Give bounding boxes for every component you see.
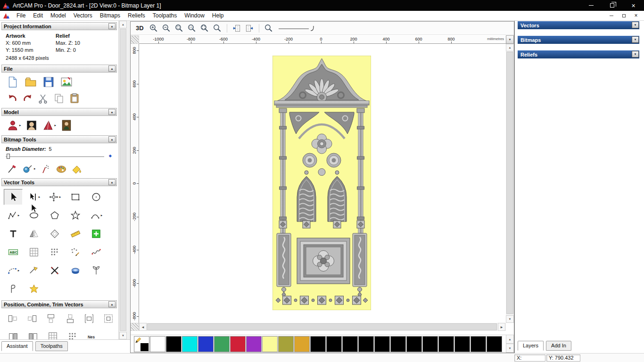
palette-swatch-black[interactable] [374, 336, 390, 352]
create-polyline-icon[interactable]: ▸ [7, 210, 20, 221]
fit-arcs-icon[interactable]: ▸ [7, 265, 20, 276]
colour-palette-icon[interactable] [56, 163, 67, 174]
palette-swatch-black[interactable] [422, 336, 438, 352]
paste-array-icon-cell[interactable] [64, 329, 81, 339]
create-circle-icon-cell[interactable] [87, 189, 106, 205]
greyscale-from-image-icon[interactable] [60, 119, 73, 132]
create-boundary-icon[interactable] [70, 265, 81, 276]
flood-fill-icon[interactable] [71, 163, 83, 174]
wrap-star-icon[interactable] [29, 284, 39, 294]
align-right-icon[interactable] [27, 313, 37, 324]
offset-vectors-icon-cell[interactable] [45, 226, 64, 242]
mirror-left-icon[interactable] [8, 331, 18, 339]
palette-swatch-cyan[interactable] [182, 336, 198, 352]
create-arc-icon-cell[interactable]: ▸ [87, 207, 106, 223]
palette-down-button[interactable]: ▼ [506, 344, 514, 353]
close-button[interactable]: × [623, 0, 644, 11]
extend-vector-icon-cell[interactable] [25, 263, 43, 279]
scroll-left-button[interactable]: ◀ [139, 323, 147, 331]
panel-header-vectors[interactable]: Vectors ▼ [518, 21, 639, 29]
mdi-minimize-button[interactable] [605, 12, 618, 20]
next-view-icon[interactable] [245, 24, 254, 33]
undo-icon[interactable] [7, 93, 18, 104]
create-boundary-icon-cell[interactable] [66, 263, 85, 279]
slice-vector-icon[interactable] [8, 284, 18, 294]
magnify-icon[interactable] [264, 24, 273, 33]
align-centre-icon-cell[interactable] [81, 312, 98, 326]
collapse-button[interactable]: ▲ [108, 136, 116, 142]
select-vectors-icon[interactable] [8, 192, 18, 202]
create-polygon-icon-cell[interactable] [45, 207, 64, 223]
collapse-button[interactable]: ▲ [108, 301, 116, 307]
zoom-window-icon[interactable] [174, 24, 184, 33]
palette-swatch-pale-yellow[interactable] [262, 336, 278, 352]
vector-texture-icon-cell[interactable] [87, 263, 106, 279]
2d-view-canvas[interactable] [139, 44, 506, 323]
flyout-arrow-icon[interactable]: ▸ [55, 123, 57, 127]
dropdown-button[interactable]: ▼ [632, 22, 639, 28]
vector-texture-icon[interactable] [91, 265, 101, 276]
mirror-right-icon-cell[interactable] [25, 329, 41, 339]
slider-handle[interactable] [7, 154, 10, 159]
create-rectangle-icon-cell[interactable] [66, 189, 85, 205]
flyout-arrow-icon[interactable]: ▸ [59, 195, 61, 199]
wrap-text-icon-cell[interactable]: ABC [4, 244, 23, 260]
menu-bitmaps[interactable]: Bitmaps [96, 11, 124, 20]
zoom-in-icon[interactable] [149, 24, 158, 33]
scroll-up-button[interactable]: ▲ [119, 21, 127, 28]
flyout-arrow-icon[interactable]: ▸ [18, 214, 20, 217]
tab-add-in[interactable]: Add In [546, 341, 571, 351]
create-star-icon-cell[interactable] [66, 207, 85, 223]
offset-vectors-icon[interactable] [50, 229, 60, 239]
palette-up-button[interactable]: ▲ [506, 335, 514, 344]
redo-icon[interactable] [22, 93, 33, 104]
mdi-restore-button[interactable] [618, 12, 630, 20]
envelope-distort-icon[interactable] [91, 247, 101, 257]
panel-header-reliefs[interactable]: Reliefs ▼ [518, 50, 639, 58]
create-circle-icon[interactable] [91, 192, 101, 202]
menu-edit[interactable]: Edit [29, 11, 47, 20]
palette-swatch-black[interactable] [471, 336, 486, 352]
fit-arcs-icon-cell[interactable]: ▸ [4, 263, 23, 279]
slice-vector-icon-cell[interactable] [4, 281, 23, 297]
slider-track[interactable] [6, 156, 104, 157]
adjust-model-icon[interactable] [25, 119, 38, 132]
measure-icon-cell[interactable] [66, 226, 85, 242]
ruler-unit-dropdown[interactable]: ▼ [506, 35, 514, 44]
extend-vector-icon[interactable] [29, 265, 39, 276]
palette-swatch-black[interactable] [326, 336, 342, 352]
scroll-down-button[interactable]: ▼ [506, 315, 514, 323]
palette-swatch-black[interactable] [342, 336, 358, 352]
menu-file[interactable]: File [13, 11, 29, 20]
paint-selective-icon[interactable] [40, 163, 51, 174]
line-style-widget[interactable] [277, 24, 320, 33]
mirror-vectors-icon[interactable] [29, 229, 39, 239]
palette-swatch-black[interactable] [358, 336, 374, 352]
block-copy-icon[interactable] [29, 247, 39, 257]
cut-icon[interactable] [38, 93, 49, 104]
open-model-icon[interactable] [25, 76, 37, 88]
scroll-corner[interactable] [131, 323, 139, 331]
palette-swatch-white[interactable] [150, 336, 165, 352]
copy-icon[interactable] [53, 93, 65, 104]
canvas-horizontal-scrollbar[interactable]: ◀ ▶ [139, 323, 506, 331]
menu-help[interactable]: Help [208, 11, 228, 20]
block-copy-icon-cell[interactable] [25, 244, 43, 260]
flyout-arrow-icon[interactable]: ▸ [18, 269, 20, 272]
load-image-icon[interactable] [60, 76, 73, 88]
palette-swatch-red[interactable] [230, 336, 246, 352]
view-3d-button[interactable]: 3D [134, 24, 146, 32]
palette-swatch-black[interactable] [166, 336, 182, 352]
paste-along-curve-icon-cell[interactable] [66, 244, 85, 260]
transform-vectors-icon[interactable]: ▸ [49, 192, 61, 202]
block-array-icon-cell[interactable] [44, 329, 61, 339]
vector-doctor-icon[interactable] [91, 229, 101, 239]
palette-swatch-black[interactable] [390, 336, 406, 352]
menu-model[interactable]: Model [47, 11, 70, 20]
tab-assistant[interactable]: Assistant [1, 341, 33, 351]
mirror-vectors-icon-cell[interactable] [25, 226, 43, 242]
dropdown-button[interactable]: ▼ [632, 51, 639, 58]
align-right-icon-cell[interactable] [24, 312, 41, 326]
flyout-arrow-icon[interactable]: ▸ [19, 123, 21, 127]
align-left-icon[interactable] [8, 313, 18, 324]
